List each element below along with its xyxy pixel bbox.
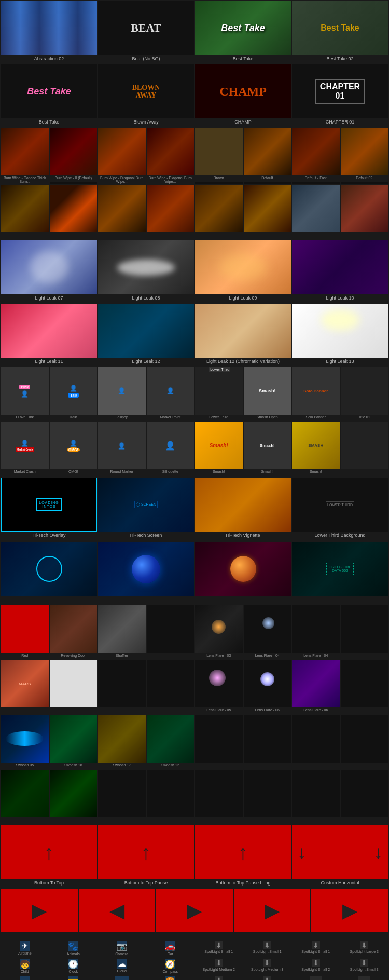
bw5[interactable]: Brown — [195, 128, 243, 184]
mars-item[interactable]: MARS — [1, 660, 49, 714]
spotlight-med2[interactable]: ⬇ SpotLight Medium 2 — [195, 959, 243, 975]
item-planet[interactable] — [195, 542, 291, 604]
pink-item[interactable]: Pink 👤 I Love Pink — [1, 367, 49, 421]
spotlight-sm2-1[interactable]: ⬇ SpotLight Small 2 — [292, 959, 340, 975]
item-ll13[interactable]: Light Leak 13 — [292, 304, 388, 366]
smashb-item[interactable]: Smash! Smash! — [195, 422, 243, 476]
arr-right3[interactable]: ▶ — [234, 889, 311, 940]
marketcrash-item[interactable]: 👤 Market Crash Market Crash — [1, 422, 49, 476]
arr-left1[interactable]: ◀ — [79, 889, 156, 940]
item-champ[interactable]: CHAMP CHAMP — [195, 64, 291, 127]
spotlight-sm2-2[interactable]: ⬇ SpotLight Small 3 — [341, 959, 388, 975]
red-item[interactable]: Red — [1, 605, 49, 659]
splittop4[interactable]: ⬇ SplitTop 4 — [244, 976, 291, 980]
smashe-item[interactable] — [341, 422, 388, 476]
icon-animals[interactable]: 🐾 Animals — [50, 941, 98, 958]
smash-item[interactable]: Smash! Smash Open — [244, 367, 291, 421]
item-ltbg[interactable]: LOWER THIRD Lower Third Background — [292, 478, 388, 540]
icon-computer[interactable]: 🖥 Computer — [1, 976, 49, 980]
item-ll11[interactable]: Light Leak 11 — [1, 304, 97, 366]
bw7[interactable]: Default - Fast — [292, 128, 340, 184]
bw8[interactable]: Default 02 — [341, 128, 388, 184]
item-besttake02[interactable]: Best Take Best Take 02 — [292, 1, 388, 63]
item-b2tpl[interactable]: ↑ Bottom to Top Pause Long — [195, 825, 291, 888]
item-htscreen[interactable]: ◯ SCREEN Hi-Tech Screen — [98, 478, 194, 540]
omg-item[interactable]: 👤 OMG! OMG! — [50, 422, 98, 476]
icon-compass[interactable]: 🧭 Compass — [147, 959, 195, 975]
item-beat[interactable]: BEAT Beat (No BG) — [98, 1, 194, 63]
item-htvignette[interactable]: Hi-Tech Vignette — [195, 478, 291, 540]
lf04b-item[interactable]: Lens Flare - 04 — [292, 605, 340, 659]
roundmarker-item[interactable]: 👤 Round Marker — [98, 422, 146, 476]
bwd3[interactable] — [98, 185, 146, 239]
swoosh16-item[interactable]: Swoosh 16 — [50, 715, 98, 769]
item-ll07[interactable]: Light Leak 07 — [1, 240, 97, 303]
arr-right1[interactable]: ▶ — [1, 889, 78, 940]
lollipop-item[interactable]: 👤 Lollipop — [98, 367, 146, 421]
icon-car[interactable]: 🚗 Car — [147, 941, 195, 958]
item-bottom2top[interactable]: ↑ Bottom To Top — [1, 825, 97, 888]
title01-item[interactable]: Title 01 — [341, 367, 388, 421]
icon-creditcard[interactable]: 💳 Credit Card — [50, 976, 98, 980]
wrect-item[interactable] — [50, 660, 98, 714]
swoosh-g2[interactable] — [50, 770, 98, 824]
bwd7[interactable] — [292, 185, 340, 239]
item-htoverlay[interactable]: LOADINGINTOS Hi-Tech Overlay — [1, 478, 97, 540]
item-b2tp[interactable]: ↑ Bottom to Top Pause — [98, 825, 194, 888]
item-abstraction02[interactable]: Abstraction 02 — [1, 1, 97, 63]
lf03-item[interactable]: Lens Flare - 03 — [195, 605, 243, 659]
icon-child[interactable]: 🧒 Child — [1, 959, 49, 975]
bw6[interactable]: Default — [244, 128, 291, 184]
solobanner-item[interactable]: Solo Banner Solo Banner — [292, 367, 340, 421]
item-chapter01[interactable]: CHAPTER01 CHAPTER 01 — [292, 64, 388, 127]
bwd1[interactable] — [1, 185, 49, 239]
smashd-item[interactable]: SMASH Smash! — [292, 422, 340, 476]
swoosh-g1[interactable] — [1, 770, 49, 824]
bwd8[interactable] — [341, 185, 388, 239]
lf06b-item[interactable]: Lens Flare - 06 — [292, 660, 340, 714]
spotlight-med3[interactable]: ⬇ SpotLight Medium 3 — [244, 959, 291, 975]
bw4[interactable]: Burn Wipe - Diagonal Burn Wipe... — [147, 128, 195, 184]
arr-right4[interactable]: ▶ — [311, 889, 388, 940]
icon-cloud[interactable]: ☁ Cloud — [98, 959, 146, 975]
icon-fastfood[interactable]: 🍔 Fast Food — [147, 976, 195, 980]
item-ll12[interactable]: Light Leak 12 — [98, 304, 194, 366]
bwd2[interactable] — [50, 185, 98, 239]
icon-camera[interactable]: 📷 Camera — [98, 941, 146, 958]
icon-clock[interactable]: 🕐 Clock — [50, 959, 98, 975]
triangle4[interactable]: ◤◢ Triangle 4 — [341, 976, 388, 980]
item-ll12c[interactable]: Light Leak 12 (Chromatic Variation) — [195, 304, 291, 366]
bw2[interactable]: Burn Wipe - II (Default) — [50, 128, 98, 184]
item-blownaway[interactable]: BLOWNAWAY Blown Away — [98, 64, 194, 127]
lf06-item[interactable]: Lens Flare - 06 — [244, 660, 291, 714]
bwd6[interactable] — [244, 185, 291, 239]
shuffler-item[interactable]: Shuffler — [98, 605, 146, 659]
lf05-item[interactable]: Lens Flare - 05 — [195, 660, 243, 714]
item-ll08[interactable]: Light Leak 08 — [98, 240, 194, 303]
lowerthird-item[interactable]: Lower Third Lower Third — [195, 367, 243, 421]
splittop3[interactable]: ⬇ SplitTop 3 — [195, 976, 243, 980]
spotlight-large3[interactable]: ⬇ SpotLight Large 3 — [341, 941, 388, 958]
bwd5[interactable] — [195, 185, 243, 239]
lf04-item[interactable]: Lens Flare - 04 — [244, 605, 291, 659]
item-besttake[interactable]: Best Take Best Take — [195, 1, 291, 63]
item-ll09[interactable]: Light Leak 09 — [195, 240, 291, 303]
spotlight-small1[interactable]: ⬇ SpotLight Small 1 — [195, 941, 243, 958]
smooth05-item[interactable]: Swoosh 05 — [1, 715, 49, 769]
icon-elevator[interactable]: ⬆⬇ Elevator — [98, 976, 146, 980]
silhouette-item[interactable]: 👤 Silhouette — [147, 422, 195, 476]
revolving-item[interactable]: Revolving Door — [50, 605, 98, 659]
spotlight-small1b[interactable]: ⬇ SpotLight Small 1 — [244, 941, 291, 958]
smashc-item[interactable]: Smash! Smash! — [244, 422, 291, 476]
item-globe[interactable] — [1, 542, 97, 604]
bw3[interactable]: Burn Wipe - Diagonal Burn Wipe... — [98, 128, 146, 184]
swoosh12-item[interactable]: Swoosh 12 — [147, 715, 195, 769]
italk-item[interactable]: 👤 iTalk iTalk — [50, 367, 98, 421]
item-gridglobe[interactable]: GRID GLOBEDATA 002 — [292, 542, 388, 604]
bwd4[interactable] — [147, 185, 195, 239]
arr-right2[interactable]: ▶ — [156, 889, 233, 940]
item-besttake-label[interactable]: Best Take Best Take — [1, 64, 97, 127]
triangle3[interactable]: ◤◢ Triangle 3 — [292, 976, 340, 980]
item-ll10[interactable]: Light Leak 10 — [292, 240, 388, 303]
spotlight-small3[interactable]: ⬇ SpotLight Small 1 — [292, 941, 340, 958]
